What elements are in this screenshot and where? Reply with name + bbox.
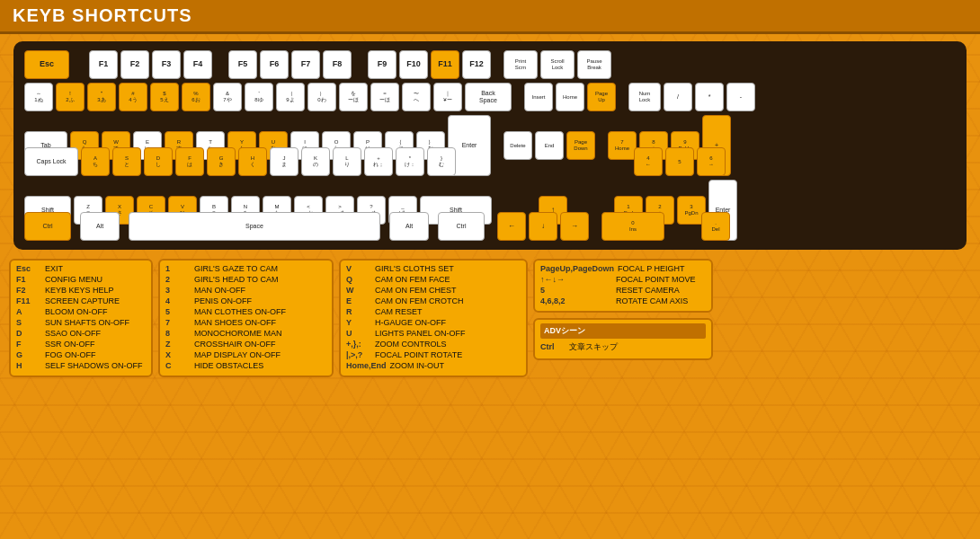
- key-num6[interactable]: 6→: [697, 147, 726, 176]
- shortcut-key-ctrl: Ctrl: [540, 342, 566, 351]
- shortcut-desc-r: CAM RESET: [375, 307, 423, 316]
- key-j[interactable]: Jま: [270, 147, 298, 176]
- key-printscr[interactable]: PrintScrn: [503, 50, 538, 79]
- key-f6[interactable]: F6: [260, 50, 289, 79]
- key-9[interactable]: ）0わ: [307, 83, 336, 111]
- key-backspace[interactable]: BackSpace: [465, 83, 512, 111]
- shortcut-key-u: U: [346, 329, 371, 338]
- key-esc[interactable]: Esc: [24, 50, 69, 79]
- key-3[interactable]: #4う: [119, 83, 147, 111]
- key-scrolllock[interactable]: ScrollLock: [540, 50, 575, 79]
- shortcut-key-3: 3: [165, 286, 191, 295]
- shortcut-desc-u: LIGHTS PANEL ON-OFF: [375, 329, 466, 338]
- key-d[interactable]: Dし: [144, 147, 173, 176]
- key-ctrl-right[interactable]: Ctrl: [438, 212, 485, 241]
- key-f7[interactable]: F7: [291, 50, 320, 79]
- key-row-number: ～1ぬ ！2ふ ＂3あ #4う $5え %6お &7や ＇8ゆ （9よ ）0わ …: [24, 83, 956, 111]
- shortcut-key-2: 2: [165, 275, 191, 284]
- shortcut-desc-4682: ROTATE CAM AXIS: [616, 296, 688, 305]
- key-left[interactable]: ←: [497, 212, 526, 241]
- shortcut-desc-a: BLOOM ON-OFF: [45, 307, 108, 316]
- shortcut-desc-q: CAM ON FEM FACE: [375, 275, 450, 284]
- shortcut-desc-v: GIRL'S CLOTHS SET: [375, 264, 454, 273]
- key-space[interactable]: Space: [129, 212, 380, 241]
- key-num5[interactable]: 5: [665, 147, 694, 176]
- key-f5[interactable]: F5: [228, 50, 257, 79]
- key-f[interactable]: Fは: [175, 147, 204, 176]
- key-row-function: Esc F1 F2 F3 F4 F5 F6 F7 F8 F9 F10 F11 F…: [24, 50, 956, 79]
- key-alt-left[interactable]: Alt: [80, 212, 120, 241]
- key-row-asdf: Caps Lock Aち Sと Dし Fは Gき Hく Jま Kの Lり +れ；…: [24, 147, 956, 176]
- shortcut-key-f1: F1: [16, 275, 41, 284]
- key-f9[interactable]: F9: [368, 50, 396, 79]
- key-f3[interactable]: F3: [152, 50, 181, 79]
- key-6[interactable]: &7や: [213, 83, 242, 111]
- key-quote[interactable]: *け：: [396, 147, 424, 176]
- key-f2[interactable]: F2: [120, 50, 149, 79]
- shortcut-desc-8: MONOCHOROME MAN: [194, 329, 282, 338]
- key-pageup[interactable]: PageUp: [587, 83, 616, 111]
- key-right[interactable]: →: [560, 212, 589, 241]
- key-f4[interactable]: F4: [183, 50, 212, 79]
- key-f12[interactable]: F12: [462, 50, 491, 79]
- key-s[interactable]: Sと: [112, 147, 141, 176]
- shortcut-desc-7: MAN SHOES ON-OFF: [194, 318, 276, 327]
- key-pause[interactable]: PauseBreak: [577, 50, 611, 79]
- key-backslash[interactable]: }む: [427, 147, 456, 176]
- key-row-bottom: Ctrl Alt Space Alt Ctrl ← ↓ → 0Ins .Del: [24, 212, 956, 241]
- key-num-slash[interactable]: /: [664, 83, 692, 111]
- shortcut-key-focal: |,>,?: [346, 350, 371, 359]
- shortcut-f: F SSR ON-OFF: [16, 340, 146, 349]
- key-h[interactable]: Hく: [238, 147, 267, 176]
- shortcut-desc-3: MAN ON-OFF: [194, 286, 245, 295]
- shortcut-desc-x: MAP DISPLAY ON-OFF: [194, 350, 281, 359]
- key-4[interactable]: $5え: [150, 83, 179, 111]
- key-minus[interactable]: =ーほ: [370, 83, 399, 111]
- key-num-star[interactable]: *: [695, 83, 724, 111]
- key-caps[interactable]: Caps Lock: [24, 147, 78, 176]
- shortcut-desc-1: GIRL'S GAZE TO CAM: [194, 264, 278, 273]
- panel-mid1: 1 GIRL'S GAZE TO CAM 2 GIRL'S HEAD TO CA…: [158, 259, 334, 377]
- key-down[interactable]: ↓: [529, 212, 557, 241]
- key-0[interactable]: をーほ: [339, 83, 368, 111]
- key-numlock[interactable]: NumLock: [628, 83, 661, 111]
- shortcut-desc-4: PENIS ON-OFF: [194, 296, 252, 305]
- shortcut-desc-arrows: FOCAL POINT MOVE: [616, 275, 696, 284]
- key-7[interactable]: ＇8ゆ: [245, 83, 273, 111]
- key-f8[interactable]: F8: [323, 50, 352, 79]
- shortcut-key-4: 4: [165, 296, 191, 305]
- key-f1[interactable]: F1: [89, 50, 118, 79]
- key-alt-right[interactable]: Alt: [389, 212, 429, 241]
- key-tilde[interactable]: ～1ぬ: [24, 83, 53, 111]
- key-equal[interactable]: 〜へ: [402, 83, 431, 111]
- key-k[interactable]: Kの: [301, 147, 330, 176]
- key-ctrl-left[interactable]: Ctrl: [24, 212, 71, 241]
- shortcut-key-w: W: [346, 286, 371, 295]
- key-num0[interactable]: 0Ins: [601, 212, 664, 241]
- key-2[interactable]: ＂3あ: [87, 83, 116, 111]
- shortcut-h: H SELF SHADOWS ON-OFF: [16, 361, 146, 370]
- key-1[interactable]: ！2ふ: [56, 83, 85, 111]
- shortcut-key-f: F: [16, 340, 41, 349]
- key-insert[interactable]: Insert: [524, 83, 553, 111]
- panel-left: Esc EXIT F1 CONFIG MENU F2 KEYB KEYS HEL…: [9, 259, 153, 377]
- shortcut-key-5reset: 5: [540, 286, 612, 295]
- key-semicolon[interactable]: +れ；: [364, 147, 393, 176]
- shortcut-desc-h: SELF SHADOWS ON-OFF: [45, 361, 143, 370]
- key-num4[interactable]: 4←: [634, 147, 663, 176]
- key-num-minus[interactable]: -: [726, 83, 755, 111]
- shortcut-f2: F2 KEYB KEYS HELP: [16, 286, 146, 295]
- shortcut-key-f11: F11: [16, 296, 41, 305]
- key-8[interactable]: （9よ: [276, 83, 305, 111]
- key-yen[interactable]: ｜¥ー: [433, 83, 462, 111]
- key-f11[interactable]: F11: [431, 50, 459, 79]
- key-home[interactable]: Home: [556, 83, 584, 111]
- shortcut-key-c: C: [165, 361, 191, 370]
- key-g[interactable]: Gき: [207, 147, 236, 176]
- key-f10[interactable]: F10: [399, 50, 428, 79]
- key-numdel[interactable]: .Del: [701, 212, 730, 241]
- key-l[interactable]: Lり: [333, 147, 361, 176]
- shortcut-f1: F1 CONFIG MENU: [16, 275, 146, 284]
- key-a[interactable]: Aち: [81, 147, 110, 176]
- key-5[interactable]: %6お: [182, 83, 210, 111]
